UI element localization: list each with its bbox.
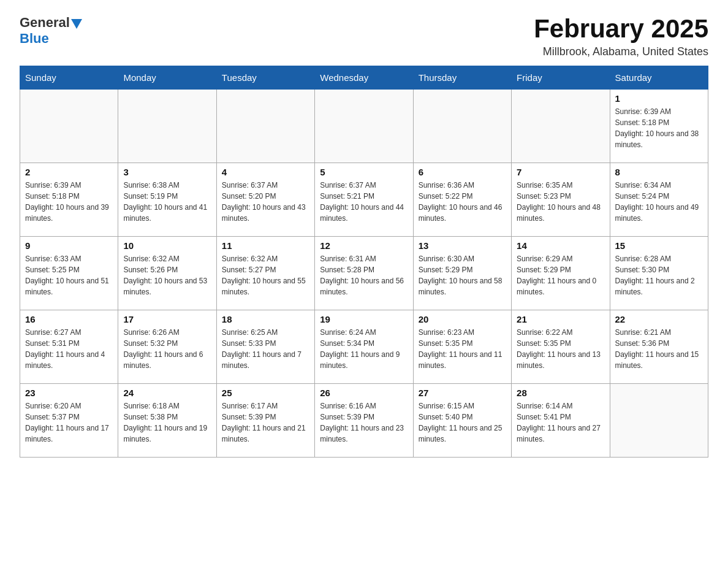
day-number: 8	[615, 167, 703, 177]
day-number: 14	[517, 240, 604, 251]
calendar-cell: 4Sunrise: 6:37 AMSunset: 5:20 PMDaylight…	[216, 163, 314, 237]
day-number: 3	[123, 167, 211, 177]
day-info: Sunrise: 6:32 AMSunset: 5:27 PMDaylight:…	[222, 253, 309, 297]
day-number: 5	[320, 167, 408, 177]
day-number: 4	[222, 167, 309, 177]
day-number: 25	[222, 388, 309, 398]
day-number: 11	[222, 240, 309, 251]
day-info: Sunrise: 6:18 AMSunset: 5:38 PMDaylight:…	[123, 400, 211, 445]
header-wednesday: Wednesday	[315, 66, 413, 90]
day-number: 22	[615, 314, 703, 324]
logo: General Blue	[20, 15, 82, 47]
day-number: 27	[419, 388, 506, 398]
header-sunday: Sunday	[20, 66, 118, 90]
day-info: Sunrise: 6:24 AMSunset: 5:34 PMDaylight:…	[320, 327, 408, 371]
header-thursday: Thursday	[413, 66, 511, 90]
day-number: 15	[615, 240, 703, 251]
calendar-cell: 11Sunrise: 6:32 AMSunset: 5:27 PMDayligh…	[216, 237, 314, 310]
calendar-cell: 18Sunrise: 6:25 AMSunset: 5:33 PMDayligh…	[216, 310, 314, 384]
calendar-cell: 14Sunrise: 6:29 AMSunset: 5:29 PMDayligh…	[512, 237, 610, 310]
calendar-cell: 1Sunrise: 6:39 AMSunset: 5:18 PMDaylight…	[610, 90, 708, 163]
day-info: Sunrise: 6:27 AMSunset: 5:31 PMDaylight:…	[25, 327, 113, 371]
day-number: 28	[517, 388, 604, 398]
calendar-cell: 9Sunrise: 6:33 AMSunset: 5:25 PMDaylight…	[20, 237, 118, 310]
day-info: Sunrise: 6:22 AMSunset: 5:35 PMDaylight:…	[517, 327, 604, 371]
day-number: 21	[517, 314, 604, 324]
calendar-cell: 21Sunrise: 6:22 AMSunset: 5:35 PMDayligh…	[512, 310, 610, 384]
page-header: General Blue February 2025 Millbrook, Al…	[20, 15, 708, 58]
calendar-cell	[413, 90, 511, 163]
day-info: Sunrise: 6:36 AMSunset: 5:22 PMDaylight:…	[419, 180, 506, 224]
day-number: 23	[25, 388, 113, 398]
calendar-row-1: 2Sunrise: 6:39 AMSunset: 5:18 PMDaylight…	[20, 163, 708, 237]
day-info: Sunrise: 6:37 AMSunset: 5:20 PMDaylight:…	[222, 180, 309, 224]
calendar-cell: 7Sunrise: 6:35 AMSunset: 5:23 PMDaylight…	[512, 163, 610, 237]
calendar-cell	[610, 384, 708, 458]
calendar-cell: 16Sunrise: 6:27 AMSunset: 5:31 PMDayligh…	[20, 310, 118, 384]
title-area: February 2025 Millbrook, Alabama, United…	[534, 15, 708, 58]
day-info: Sunrise: 6:35 AMSunset: 5:23 PMDaylight:…	[517, 180, 604, 224]
month-title: February 2025	[534, 15, 708, 43]
calendar-cell	[20, 90, 118, 163]
calendar-cell	[315, 90, 413, 163]
day-info: Sunrise: 6:30 AMSunset: 5:29 PMDaylight:…	[419, 253, 506, 297]
calendar-cell: 25Sunrise: 6:17 AMSunset: 5:39 PMDayligh…	[216, 384, 314, 458]
calendar-cell: 10Sunrise: 6:32 AMSunset: 5:26 PMDayligh…	[118, 237, 216, 310]
header-row: Sunday Monday Tuesday Wednesday Thursday…	[20, 66, 708, 90]
calendar-cell: 26Sunrise: 6:16 AMSunset: 5:39 PMDayligh…	[315, 384, 413, 458]
calendar-cell: 2Sunrise: 6:39 AMSunset: 5:18 PMDaylight…	[20, 163, 118, 237]
calendar-cell: 12Sunrise: 6:31 AMSunset: 5:28 PMDayligh…	[315, 237, 413, 310]
day-number: 9	[25, 240, 113, 251]
header-tuesday: Tuesday	[216, 66, 314, 90]
calendar-cell: 8Sunrise: 6:34 AMSunset: 5:24 PMDaylight…	[610, 163, 708, 237]
day-number: 12	[320, 240, 408, 251]
logo-blue-text: Blue	[20, 31, 49, 47]
day-info: Sunrise: 6:17 AMSunset: 5:39 PMDaylight:…	[222, 400, 309, 445]
calendar-cell: 3Sunrise: 6:38 AMSunset: 5:19 PMDaylight…	[118, 163, 216, 237]
day-number: 6	[419, 167, 506, 177]
calendar-cell: 19Sunrise: 6:24 AMSunset: 5:34 PMDayligh…	[315, 310, 413, 384]
day-info: Sunrise: 6:16 AMSunset: 5:39 PMDaylight:…	[320, 400, 408, 445]
svg-marker-0	[71, 19, 82, 29]
day-number: 17	[123, 314, 211, 324]
day-number: 7	[517, 167, 604, 177]
calendar-cell	[512, 90, 610, 163]
day-info: Sunrise: 6:34 AMSunset: 5:24 PMDaylight:…	[615, 180, 703, 224]
day-info: Sunrise: 6:25 AMSunset: 5:33 PMDaylight:…	[222, 327, 309, 371]
day-number: 19	[320, 314, 408, 324]
day-info: Sunrise: 6:37 AMSunset: 5:21 PMDaylight:…	[320, 180, 408, 224]
day-info: Sunrise: 6:33 AMSunset: 5:25 PMDaylight:…	[25, 253, 113, 297]
calendar-cell: 27Sunrise: 6:15 AMSunset: 5:40 PMDayligh…	[413, 384, 511, 458]
calendar-cell: 23Sunrise: 6:20 AMSunset: 5:37 PMDayligh…	[20, 384, 118, 458]
day-number: 26	[320, 388, 408, 398]
header-monday: Monday	[118, 66, 216, 90]
calendar-cell: 22Sunrise: 6:21 AMSunset: 5:36 PMDayligh…	[610, 310, 708, 384]
day-info: Sunrise: 6:23 AMSunset: 5:35 PMDaylight:…	[419, 327, 506, 371]
day-info: Sunrise: 6:14 AMSunset: 5:41 PMDaylight:…	[517, 400, 604, 445]
location-subtitle: Millbrook, Alabama, United States	[534, 45, 708, 58]
day-info: Sunrise: 6:29 AMSunset: 5:29 PMDaylight:…	[517, 253, 604, 297]
day-info: Sunrise: 6:32 AMSunset: 5:26 PMDaylight:…	[123, 253, 211, 297]
calendar-body: 1Sunrise: 6:39 AMSunset: 5:18 PMDaylight…	[20, 90, 708, 458]
calendar-header: Sunday Monday Tuesday Wednesday Thursday…	[20, 66, 708, 90]
calendar-row-4: 23Sunrise: 6:20 AMSunset: 5:37 PMDayligh…	[20, 384, 708, 458]
calendar-cell: 6Sunrise: 6:36 AMSunset: 5:22 PMDaylight…	[413, 163, 511, 237]
day-number: 20	[419, 314, 506, 324]
calendar-cell: 20Sunrise: 6:23 AMSunset: 5:35 PMDayligh…	[413, 310, 511, 384]
day-number: 24	[123, 388, 211, 398]
day-info: Sunrise: 6:31 AMSunset: 5:28 PMDaylight:…	[320, 253, 408, 297]
day-info: Sunrise: 6:15 AMSunset: 5:40 PMDaylight:…	[419, 400, 506, 445]
logo-general-text: General	[20, 15, 70, 31]
calendar-cell: 13Sunrise: 6:30 AMSunset: 5:29 PMDayligh…	[413, 237, 511, 310]
day-number: 13	[419, 240, 506, 251]
calendar-cell: 5Sunrise: 6:37 AMSunset: 5:21 PMDaylight…	[315, 163, 413, 237]
day-number: 1	[615, 93, 703, 104]
day-info: Sunrise: 6:20 AMSunset: 5:37 PMDaylight:…	[25, 400, 113, 445]
day-info: Sunrise: 6:38 AMSunset: 5:19 PMDaylight:…	[123, 180, 211, 224]
logo-triangle-icon	[71, 19, 82, 29]
header-saturday: Saturday	[610, 66, 708, 90]
calendar-cell: 17Sunrise: 6:26 AMSunset: 5:32 PMDayligh…	[118, 310, 216, 384]
calendar-row-3: 16Sunrise: 6:27 AMSunset: 5:31 PMDayligh…	[20, 310, 708, 384]
day-info: Sunrise: 6:39 AMSunset: 5:18 PMDaylight:…	[25, 180, 113, 224]
day-info: Sunrise: 6:26 AMSunset: 5:32 PMDaylight:…	[123, 327, 211, 371]
